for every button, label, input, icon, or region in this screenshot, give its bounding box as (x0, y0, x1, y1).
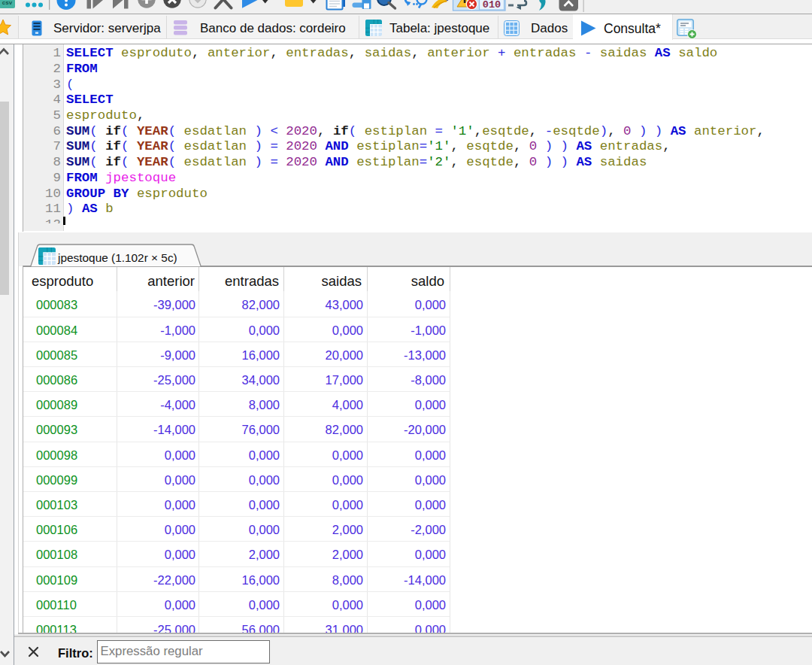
svg-text:010: 010 (483, 0, 501, 11)
svg-text:csv: csv (2, 0, 13, 6)
